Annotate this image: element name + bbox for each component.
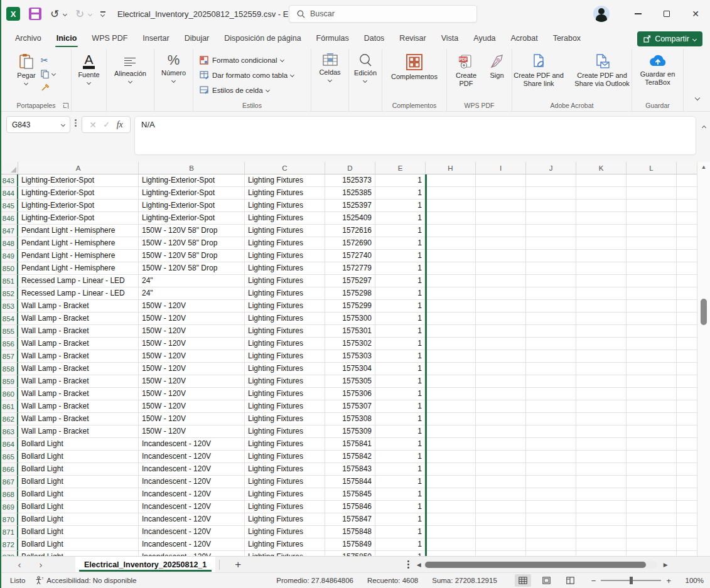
- cell[interactable]: [526, 488, 576, 501]
- cell[interactable]: [576, 225, 627, 237]
- zoom-percent[interactable]: 100%: [679, 577, 704, 584]
- cell[interactable]: [677, 225, 698, 237]
- cell[interactable]: Pendant Light - Hemisphere: [18, 225, 139, 237]
- cell[interactable]: [627, 225, 677, 237]
- cell[interactable]: [627, 300, 677, 313]
- cell[interactable]: [426, 451, 476, 463]
- cell[interactable]: 1575850: [325, 551, 375, 556]
- cell[interactable]: 150W - 120V 58" Drop: [139, 262, 245, 275]
- cell[interactable]: [426, 526, 476, 538]
- cell[interactable]: [576, 174, 627, 187]
- cell[interactable]: [677, 501, 698, 513]
- cell[interactable]: [627, 388, 677, 400]
- row-header-852[interactable]: 852: [1, 287, 18, 300]
- cell[interactable]: Lighting Fixtures: [245, 225, 325, 237]
- row-header-843[interactable]: 843: [1, 174, 18, 187]
- cancel-entry-button[interactable]: ✕: [89, 120, 97, 130]
- cell[interactable]: [426, 513, 476, 526]
- cell[interactable]: Wall Lamp - Bracket: [18, 400, 139, 413]
- cell[interactable]: Incandescent - 120V: [139, 538, 245, 551]
- cell[interactable]: 1: [375, 338, 426, 350]
- row-header-844[interactable]: 844: [1, 187, 18, 200]
- customize-qat-button[interactable]: [100, 11, 105, 16]
- cell[interactable]: [526, 250, 576, 262]
- cell[interactable]: [526, 275, 576, 287]
- cell[interactable]: Lighting-Exterior-Spot: [139, 200, 245, 212]
- cell[interactable]: [677, 250, 698, 262]
- cell[interactable]: 1575846: [325, 501, 375, 513]
- cell[interactable]: [426, 212, 476, 225]
- cell[interactable]: [627, 212, 677, 225]
- cell[interactable]: [426, 325, 476, 338]
- cell[interactable]: [627, 476, 677, 488]
- column-header-C[interactable]: C: [245, 162, 325, 174]
- cell[interactable]: [476, 300, 526, 313]
- editing-menu-button[interactable]: Edición: [354, 53, 377, 82]
- cell[interactable]: 1: [375, 363, 426, 375]
- select-all-corner[interactable]: [1, 162, 18, 174]
- formula-input[interactable]: N/A: [134, 116, 696, 155]
- cell[interactable]: 150W - 120V: [139, 400, 245, 413]
- cell[interactable]: Lighting Fixtures: [245, 476, 325, 488]
- cell[interactable]: [677, 212, 698, 225]
- cell[interactable]: 1: [375, 174, 426, 187]
- cell[interactable]: [426, 476, 476, 488]
- formula-bar-splitter[interactable]: [75, 119, 77, 127]
- cell[interactable]: [526, 225, 576, 237]
- cell[interactable]: [627, 526, 677, 538]
- minimize-button[interactable]: [623, 0, 652, 28]
- cell[interactable]: 150W - 120V: [139, 325, 245, 338]
- cell[interactable]: [426, 313, 476, 325]
- cell[interactable]: 1: [375, 262, 426, 275]
- clipboard-dialog-launcher[interactable]: [63, 103, 68, 109]
- cell[interactable]: Lighting-Exterior-Spot: [18, 200, 139, 212]
- cell[interactable]: [526, 438, 576, 451]
- cell[interactable]: [576, 250, 627, 262]
- cell[interactable]: [627, 275, 677, 287]
- cell[interactable]: Lighting Fixtures: [245, 413, 325, 425]
- vertical-scrollbar[interactable]: ▲: [697, 162, 710, 556]
- cell[interactable]: [627, 187, 677, 200]
- cell[interactable]: Wall Lamp - Bracket: [18, 338, 139, 350]
- cell[interactable]: [476, 476, 526, 488]
- cell[interactable]: [476, 174, 526, 187]
- cell[interactable]: [476, 413, 526, 425]
- cell[interactable]: 1572740: [325, 250, 375, 262]
- cell[interactable]: [526, 375, 576, 388]
- cell[interactable]: [677, 538, 698, 551]
- cell[interactable]: [677, 350, 698, 363]
- cell[interactable]: Lighting-Exterior-Spot: [139, 187, 245, 200]
- cell[interactable]: [576, 526, 627, 538]
- excel-app-icon[interactable]: X: [6, 7, 20, 21]
- confirm-entry-button[interactable]: ✓: [103, 120, 110, 129]
- cell[interactable]: [476, 388, 526, 400]
- sign-button[interactable]: Sign: [487, 53, 507, 80]
- cell[interactable]: 1575847: [325, 513, 375, 526]
- cell[interactable]: Pendant Light - Hemisphere: [18, 262, 139, 275]
- cell[interactable]: Lighting-Exterior-Spot: [139, 174, 245, 187]
- row-header-847[interactable]: 847: [1, 225, 18, 237]
- cell[interactable]: 150W - 120V 58" Drop: [139, 225, 245, 237]
- cell[interactable]: 1: [375, 287, 426, 300]
- cell[interactable]: [426, 287, 476, 300]
- cell[interactable]: 1575309: [325, 425, 375, 438]
- terabox-save-button[interactable]: Guardar en TeraBox: [638, 53, 678, 87]
- cell[interactable]: [627, 463, 677, 476]
- cell[interactable]: [426, 338, 476, 350]
- cell[interactable]: [576, 300, 627, 313]
- cell[interactable]: [627, 488, 677, 501]
- cell[interactable]: [426, 275, 476, 287]
- collapse-formula-bar-button[interactable]: [702, 120, 706, 132]
- column-header-I[interactable]: I: [476, 162, 526, 174]
- cell[interactable]: [576, 400, 627, 413]
- cell[interactable]: [627, 400, 677, 413]
- cells-menu-button[interactable]: Celdas: [319, 53, 340, 82]
- zoom-in-button[interactable]: +: [666, 576, 671, 585]
- active-sheet-tab[interactable]: Electrical_Inventory_20250812_1: [75, 557, 215, 573]
- cell[interactable]: [526, 338, 576, 350]
- tab-datos[interactable]: Datos: [357, 28, 392, 49]
- cell[interactable]: [627, 538, 677, 551]
- cell[interactable]: 1: [375, 187, 426, 200]
- cell[interactable]: [677, 287, 698, 300]
- cell[interactable]: [526, 476, 576, 488]
